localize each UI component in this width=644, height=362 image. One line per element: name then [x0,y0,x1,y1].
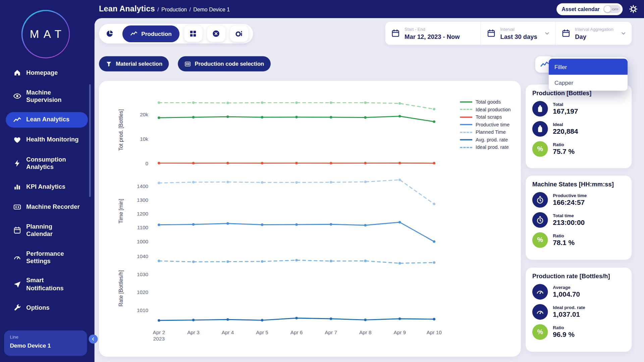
production-tab-label: Production [141,31,171,37]
stat-text: Ratio78.1 % [553,233,575,247]
interval-value: Last 30 days [500,33,537,40]
chartline-icon [8,116,26,124]
breadcrumb-segment-demo-device-1[interactable]: Demo Device 1 [193,7,230,13]
legend-label: Ideal production [476,107,511,112]
asset-calendar-toggle[interactable]: Asset calendar OFF [556,3,623,15]
sidebar-item-label: KPI Analytics [26,183,65,190]
stat-row-total-time: Total time213:00:00 [532,212,625,228]
stat-text: Ratio96.9 % [553,325,575,339]
start-end-label: Start - End [405,26,460,32]
aggregation-select[interactable]: Interval Aggregation Day [555,22,632,45]
legend-item-ideal-production: Ideal production [460,107,511,112]
stat-text: Total167,197 [553,102,578,116]
sidebar-item-options[interactable]: Options [6,300,88,316]
close-circle-icon [212,29,220,38]
stat-value: 78.1 % [553,239,575,247]
data-point-avg-prod-rate [158,319,160,322]
sidebar-collapse-button[interactable] [89,335,98,344]
sidebar-item-label: Consumption Analytics [26,156,66,171]
stat-text: Ratio75.7 % [553,142,575,156]
asset-calendar-switch[interactable]: OFF [603,5,621,13]
heart-icon [8,136,26,144]
stat-label: Ratio [553,142,575,147]
data-point-total-scraps [330,162,332,165]
sidebar-item-label: Machine Supervision [26,88,61,104]
data-point-productive-time [158,224,160,226]
data-point-total-scraps [192,162,195,165]
device-selector[interactable]: Line Demo Device 1 [4,330,87,356]
sidebar-item-label: Machine Recorder [26,203,79,210]
axis-title: Time [min] [118,199,124,224]
material-selection-label: Material selection [116,61,162,67]
sidebar-item-machine-supervision[interactable]: Machine Supervision [6,85,88,107]
mixed-chart-button[interactable] [230,25,249,42]
sidebar-item-health-monitoring[interactable]: Health Monitoring [6,132,88,148]
sidebar-item-performance-settings[interactable]: Performance Settings [6,246,88,268]
stat-value: 167,197 [553,108,578,116]
data-point-ideal-prod-rate [433,261,435,264]
sidebar-item-lean-analytics[interactable]: Lean Analytics [6,112,88,128]
legend-item-productive-time: Productive time [460,122,511,127]
bolt-icon [8,159,26,167]
sidebar-nav: HomepageMachine SupervisionLean Analytic… [0,65,91,315]
sidebar-item-planning-calendar[interactable]: Planning Calendar [6,219,88,242]
start-end-value: Mar 12, 2023 - Now [405,33,460,40]
axis-title: Tot prod. [Bottles] [118,109,124,151]
xtick: Apr 10 [427,329,442,335]
data-point-avg-prod-rate [295,317,298,319]
data-point-avg-prod-rate [261,319,264,322]
stat-row-ratio: %Ratio75.7 % [532,141,625,157]
home-icon [8,68,26,76]
settings-gear-icon[interactable] [629,4,638,14]
data-point-avg-prod-rate [330,317,332,320]
xtick: Apr 2 [153,329,165,335]
data-point-planned-time [398,179,401,181]
stat-value: 166:24:57 [553,199,587,207]
date-controls: Start - End Mar 12, 2023 - Now Interval … [385,22,632,45]
breadcrumb-segment-production[interactable]: Production [161,7,187,13]
sidebar-item-smart-notifications[interactable]: Smart Notifications [6,273,88,296]
page-title[interactable]: Lean Analytics [99,4,155,13]
production-tab-button[interactable]: Production [122,25,179,42]
gauge-icon [532,284,548,300]
breadcrumb-separator: / [189,7,191,13]
data-point-total-goods [226,115,229,118]
legend-label: Ideal prod. rate [476,144,509,150]
dropdown-option-filler[interactable]: Filler [549,59,628,75]
legend-label: Productive time [476,122,509,127]
start-end-picker[interactable]: Start - End Mar 12, 2023 - Now [385,22,481,45]
percent-glyph: % [537,328,543,336]
interval-select[interactable]: Interval Last 30 days [481,22,555,45]
data-point-ideal-production [398,102,401,105]
pie-chart-icon [106,29,114,38]
data-point-total-goods [158,116,160,119]
panel-title: Production rate [Bottles/h] [532,273,625,280]
production-chart: 010k20kTot prod. [Bottles]10001100120013… [107,88,514,351]
close-circle-button[interactable] [207,25,225,42]
sidebar-item-homepage[interactable]: Homepage [6,65,88,80]
xtick: 2023 [153,336,165,342]
percent-glyph: % [537,145,543,153]
production-code-selection-button[interactable]: Production code selection [178,56,270,71]
sidebar-item-consumption-analytics[interactable]: Consumption Analytics [6,152,88,175]
data-point-total-goods [192,116,195,119]
speedo-icon [8,253,26,261]
data-point-planned-time [158,182,160,184]
tick: 1040 [137,253,148,259]
calendar-icon [8,226,26,234]
aggregation-label: Interval Aggregation [575,26,613,32]
data-point-productive-time [295,223,298,226]
data-point-productive-time [226,222,229,225]
dropdown-option-capper[interactable]: Capper [549,75,628,91]
sidebar-scrollbar[interactable] [89,84,91,197]
data-point-avg-prod-rate [226,318,229,321]
pie-chart-button[interactable] [101,25,118,42]
grid-view-button[interactable] [184,25,202,42]
stat-label: Ideal prod. rate [553,305,585,310]
sidebar-item-machine-recorder[interactable]: Machine Recorder [6,199,88,215]
sidebar-item-kpi-analytics[interactable]: KPI Analytics [6,179,88,195]
stat-row-productive-time: Productive time166:24:57 [532,192,625,208]
data-point-avg-prod-rate [364,319,367,321]
legend-label: Total goods [476,99,501,105]
material-selection-button[interactable]: Material selection [99,56,169,71]
